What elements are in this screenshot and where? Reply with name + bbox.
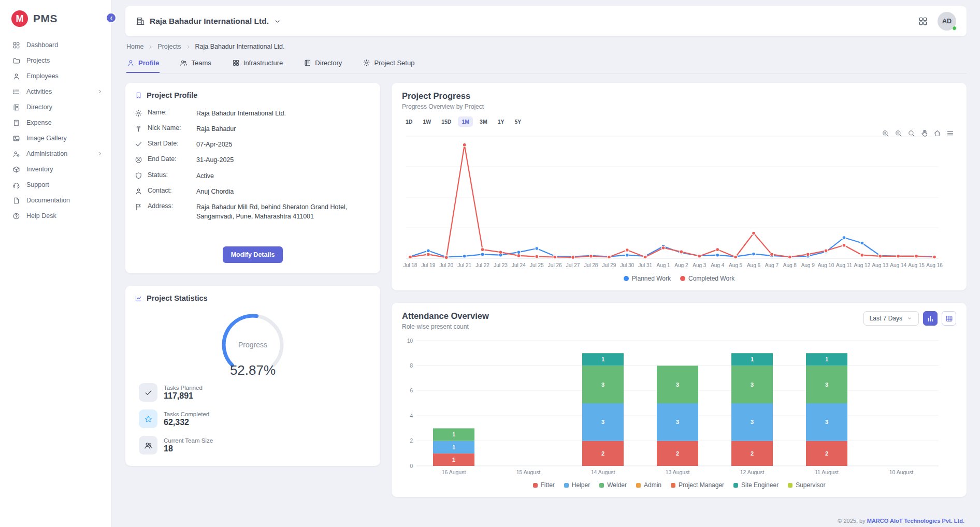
- legend-item-planned-work[interactable]: Planned Work: [624, 275, 671, 282]
- user-avatar[interactable]: AD: [938, 12, 956, 31]
- sidebar-item-documentation[interactable]: Documentation: [0, 193, 111, 208]
- data-point[interactable]: [680, 250, 683, 254]
- breadcrumb-item-projects[interactable]: Projects: [157, 43, 181, 50]
- brand[interactable]: M PMS: [0, 0, 111, 35]
- legend-item-site-engineer[interactable]: Site Engineer: [733, 481, 779, 489]
- attendance-bar-chart[interactable]: 024681011116 August15 August233114 Augus…: [402, 335, 943, 478]
- range-1m-button[interactable]: 1M: [458, 116, 473, 127]
- sidebar-collapse-button[interactable]: [106, 12, 117, 23]
- data-point[interactable]: [752, 231, 756, 235]
- sidebar-item-activities[interactable]: Activities: [0, 84, 111, 99]
- tab-project-setup[interactable]: Project Setup: [362, 54, 415, 73]
- chart-zoom-out-button[interactable]: [895, 129, 902, 137]
- view-toggles: [923, 311, 956, 326]
- svg-text:Jul 29: Jul 29: [602, 262, 616, 268]
- data-point[interactable]: [608, 255, 611, 259]
- data-point[interactable]: [571, 256, 575, 259]
- date-range-select[interactable]: Last 7 Days: [863, 311, 919, 326]
- sidebar-item-expense[interactable]: Expense: [0, 115, 111, 130]
- data-point[interactable]: [463, 143, 466, 147]
- legend-item-supervisor[interactable]: Supervisor: [788, 481, 825, 489]
- data-point[interactable]: [860, 241, 864, 245]
- sidebar-item-employees[interactable]: Employees: [0, 68, 111, 84]
- data-point[interactable]: [589, 254, 593, 258]
- data-point[interactable]: [553, 255, 557, 259]
- data-point[interactable]: [535, 255, 539, 258]
- field-value: Active: [196, 171, 214, 181]
- data-point[interactable]: [643, 255, 647, 259]
- breadcrumb-item-home[interactable]: Home: [126, 43, 143, 50]
- gear-icon: [363, 59, 370, 67]
- sidebar-item-image-gallery[interactable]: Image Gallery: [0, 130, 111, 146]
- data-point[interactable]: [517, 251, 521, 254]
- data-point[interactable]: [752, 252, 756, 256]
- tab-teams[interactable]: Teams: [179, 54, 211, 73]
- profile-actions: Modify Details: [135, 239, 371, 265]
- chart-menu-button[interactable]: [946, 129, 954, 137]
- data-point[interactable]: [824, 249, 828, 253]
- sidebar-item-dashboard[interactable]: Dashboard: [0, 37, 111, 53]
- view-table-button[interactable]: [942, 311, 956, 326]
- data-point[interactable]: [897, 254, 900, 258]
- data-point[interactable]: [625, 248, 629, 252]
- data-point[interactable]: [481, 253, 484, 256]
- company-selector[interactable]: Raja Bahadur International Ltd.: [136, 17, 281, 26]
- apps-button[interactable]: [918, 16, 928, 26]
- view-bar-chart-button[interactable]: [923, 311, 938, 326]
- data-point[interactable]: [933, 255, 936, 259]
- legend-item-fitter[interactable]: Fitter: [533, 481, 555, 489]
- chart-zoom-in-button[interactable]: [882, 129, 889, 137]
- sidebar-item-inventory[interactable]: Inventory: [0, 162, 111, 177]
- data-point[interactable]: [860, 253, 864, 257]
- tab-infrastructure[interactable]: Infrastructure: [232, 54, 284, 73]
- modify-details-button[interactable]: Modify Details: [223, 246, 283, 263]
- range-5y-button[interactable]: 5Y: [511, 116, 525, 127]
- data-point[interactable]: [661, 246, 665, 250]
- range-1d-button[interactable]: 1D: [402, 116, 416, 127]
- data-point[interactable]: [915, 254, 918, 258]
- progress-line-chart[interactable]: Jul 18Jul 19Jul 20Jul 21Jul 22Jul 23Jul …: [402, 129, 943, 272]
- legend-item-completed-work[interactable]: Completed Work: [680, 275, 734, 282]
- data-point[interactable]: [463, 254, 466, 258]
- data-point[interactable]: [878, 254, 882, 258]
- data-point[interactable]: [734, 255, 738, 259]
- tab-profile[interactable]: Profile: [126, 54, 160, 73]
- legend-item-admin[interactable]: Admin: [636, 481, 661, 489]
- data-point[interactable]: [842, 243, 846, 247]
- chart-magnifier-button[interactable]: [907, 129, 915, 137]
- flag-icon: [135, 203, 142, 211]
- data-point[interactable]: [698, 254, 701, 258]
- people-icon: [144, 441, 153, 450]
- chart-hand-button[interactable]: [920, 129, 928, 137]
- data-point[interactable]: [716, 253, 719, 257]
- data-point[interactable]: [788, 255, 791, 259]
- range-3m-button[interactable]: 3M: [476, 116, 491, 127]
- tab-directory[interactable]: Directory: [303, 54, 342, 73]
- data-point[interactable]: [499, 251, 502, 254]
- sidebar-item-administration[interactable]: Administration: [0, 146, 111, 162]
- sidebar-item-support[interactable]: Support: [0, 177, 111, 193]
- range-1y-button[interactable]: 1Y: [494, 116, 508, 127]
- chart-home-button[interactable]: [933, 129, 941, 137]
- sidebar-item-help-desk[interactable]: Help Desk: [0, 208, 111, 224]
- range-1w-button[interactable]: 1W: [419, 116, 435, 127]
- data-point[interactable]: [535, 247, 539, 251]
- data-point[interactable]: [806, 253, 810, 256]
- data-point[interactable]: [517, 254, 521, 258]
- legend-item-helper[interactable]: Helper: [564, 481, 590, 489]
- data-point[interactable]: [625, 253, 629, 257]
- range-15d-button[interactable]: 15D: [438, 116, 455, 127]
- legend-item-welder[interactable]: Welder: [599, 481, 627, 489]
- sidebar-item-directory[interactable]: Directory: [0, 99, 111, 115]
- data-point[interactable]: [770, 253, 774, 256]
- footer-company-link[interactable]: MARCO AIoT Technologies Pvt. Ltd.: [867, 518, 964, 524]
- data-point[interactable]: [427, 249, 430, 253]
- data-point[interactable]: [409, 255, 412, 259]
- data-point[interactable]: [444, 256, 448, 259]
- legend-item-project-manager[interactable]: Project Manager: [671, 481, 724, 489]
- sidebar-item-projects[interactable]: Projects: [0, 53, 111, 68]
- data-point[interactable]: [481, 248, 484, 252]
- data-point[interactable]: [427, 253, 430, 256]
- data-point[interactable]: [842, 236, 846, 240]
- data-point[interactable]: [716, 248, 719, 252]
